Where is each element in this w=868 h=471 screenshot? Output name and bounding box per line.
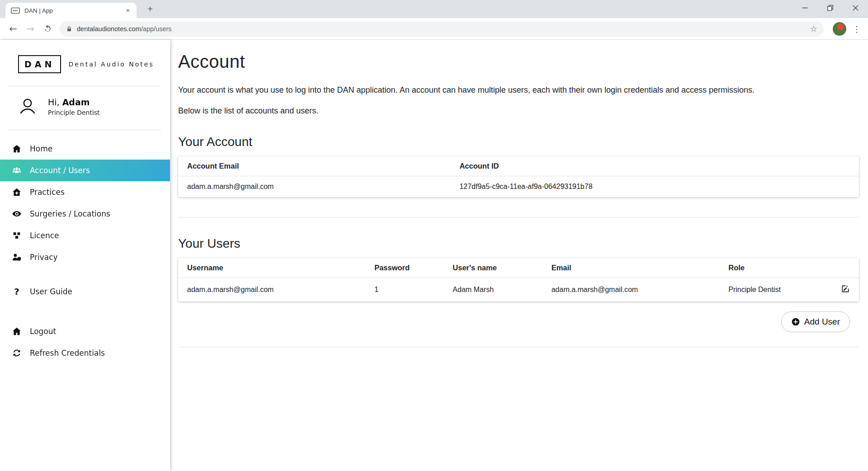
sidebar-item-label: Licence: [30, 231, 59, 240]
users-col-header: User's name: [443, 258, 542, 278]
user-username-cell: adam.a.marsh@gmail.com: [178, 278, 365, 301]
dan-favicon-icon: [11, 7, 20, 14]
question-icon: ?: [11, 287, 23, 297]
app-logo: DAN Dental Audio Notes: [18, 55, 170, 73]
window-close-button[interactable]: [843, 0, 868, 15]
sidebar-item-refresh-credentials[interactable]: Refresh Credentials: [0, 342, 170, 364]
users-table: Username Password User's name Email Role…: [178, 258, 859, 301]
user-email-cell: adam.a.marsh@gmail.com: [542, 278, 720, 301]
edit-pencil-icon: [841, 284, 850, 293]
window-restore-button[interactable]: [817, 0, 843, 15]
add-user-button[interactable]: Add User: [781, 311, 850, 332]
eye-icon: [11, 209, 23, 219]
account-email-cell: adam.a.marsh@gmail.com: [178, 176, 450, 197]
sidebar-item-label: Practices: [30, 188, 65, 197]
users-col-header: Email: [542, 258, 720, 278]
clinic-icon: [11, 187, 23, 197]
sidebar-item-logout[interactable]: Logout: [0, 320, 170, 342]
user-password-cell: 1: [365, 278, 443, 301]
table-row: adam.a.marsh@gmail.com 127df9a5-c9ca-11e…: [178, 176, 859, 197]
account-table: Account Email Account ID adam.a.marsh@gm…: [178, 156, 859, 197]
users-icon: [11, 165, 23, 175]
account-section-title: Your Account: [178, 135, 859, 149]
sidebar-item-label: Logout: [30, 327, 56, 336]
back-button[interactable]: ←: [5, 20, 22, 38]
users-card: Username Password User's name Email Role…: [178, 258, 859, 301]
user-shield-icon: [11, 252, 23, 262]
logo-text: Dental Audio Notes: [68, 61, 154, 68]
user-name-cell: Adam Marsh: [443, 278, 542, 301]
refresh-icon: [11, 348, 23, 358]
sidebar-item-surgeries[interactable]: Surgeries / Locations: [0, 203, 170, 225]
person-icon: [17, 96, 38, 117]
user-role-cell: Principle Dentist: [719, 278, 831, 301]
restore-icon: [827, 5, 833, 11]
edit-user-button[interactable]: [841, 284, 850, 293]
account-card: Account Email Account ID adam.a.marsh@gm…: [178, 156, 859, 197]
sidebar-item-licence[interactable]: Licence: [0, 225, 170, 246]
home-icon: [11, 144, 23, 154]
bookmark-star-icon[interactable]: ☆: [810, 24, 817, 33]
sidebar-item-label: Refresh Credentials: [30, 349, 105, 358]
url-text: dentalaudionotes.com/app/users: [77, 25, 172, 33]
cubes-icon: [11, 231, 23, 240]
sidebar-item-practices[interactable]: Practices: [0, 181, 170, 203]
window-minimize-button[interactable]: [792, 0, 817, 15]
forward-button: →: [22, 20, 39, 38]
sidebar-item-home[interactable]: Home: [0, 138, 170, 160]
plus-circle-icon: [791, 317, 800, 326]
users-col-header: [832, 258, 859, 278]
sidebar-item-user-guide[interactable]: ? User Guide: [0, 281, 170, 302]
logo-box: DAN: [18, 55, 61, 73]
user-name: Adam: [62, 97, 90, 107]
sidebar-divider: [7, 86, 161, 86]
users-section-title: Your Users: [178, 236, 859, 251]
browser-tab[interactable]: DAN | App ×: [5, 3, 137, 18]
sidebar-item-label: Account / Users: [30, 166, 90, 175]
reload-button[interactable]: [39, 20, 56, 38]
page-title: Account: [178, 52, 859, 72]
tab-title: DAN | App: [24, 7, 124, 14]
user-greeting: Hi, Adam: [48, 97, 100, 107]
section-divider: [178, 347, 859, 347]
intro-paragraph: Your account is what you use to log into…: [178, 84, 820, 97]
browser-menu-icon[interactable]: ⋮: [850, 24, 863, 34]
sidebar-user: Hi, Adam Principle Dentist: [17, 96, 170, 117]
tab-close-icon[interactable]: ×: [124, 6, 132, 14]
account-id-cell: 127df9a5-c9ca-11ea-af9a-064293191b78: [450, 176, 859, 197]
url-path: /app/users: [141, 25, 172, 33]
minimize-icon: [802, 5, 808, 11]
table-row: adam.a.marsh@gmail.com 1 Adam Marsh adam…: [178, 278, 859, 301]
intro-paragraph-2: Below is the list of accounts and users.: [178, 106, 859, 116]
browser-profile-avatar[interactable]: [833, 22, 846, 36]
sidebar: DAN Dental Audio Notes Hi, Adam Principl…: [0, 40, 170, 471]
sidebar-item-account-users[interactable]: Account / Users: [0, 160, 170, 181]
users-col-header: Password: [365, 258, 443, 278]
url-domain: dentalaudionotes.com: [77, 25, 141, 33]
users-col-header: Username: [178, 258, 365, 278]
browser-tabstrip: DAN | App × +: [0, 0, 868, 18]
section-divider: [178, 217, 859, 217]
add-user-label: Add User: [804, 317, 840, 327]
home-icon: [11, 326, 23, 336]
account-col-header: Account ID: [450, 156, 859, 176]
reload-icon: [43, 24, 52, 33]
account-col-header: Account Email: [178, 156, 450, 176]
main-content: Account Your account is what you use to …: [170, 40, 868, 471]
sidebar-item-privacy[interactable]: Privacy: [0, 246, 170, 268]
lock-icon: [66, 25, 72, 33]
url-bar[interactable]: dentalaudionotes.com/app/users ☆: [60, 21, 824, 37]
browser-toolbar: ← → dentalaudionotes.com/app/users ☆ ⋮: [0, 18, 868, 40]
users-col-header: Role: [719, 258, 831, 278]
sidebar-divider: [7, 130, 161, 130]
sidebar-item-label: Home: [30, 144, 52, 153]
user-role: Principle Dentist: [48, 109, 100, 116]
sidebar-item-label: Privacy: [30, 253, 58, 262]
close-icon: [853, 5, 859, 11]
sidebar-item-label: Surgeries / Locations: [30, 209, 110, 218]
sidebar-item-label: User Guide: [30, 287, 72, 296]
new-tab-button[interactable]: +: [144, 3, 156, 16]
